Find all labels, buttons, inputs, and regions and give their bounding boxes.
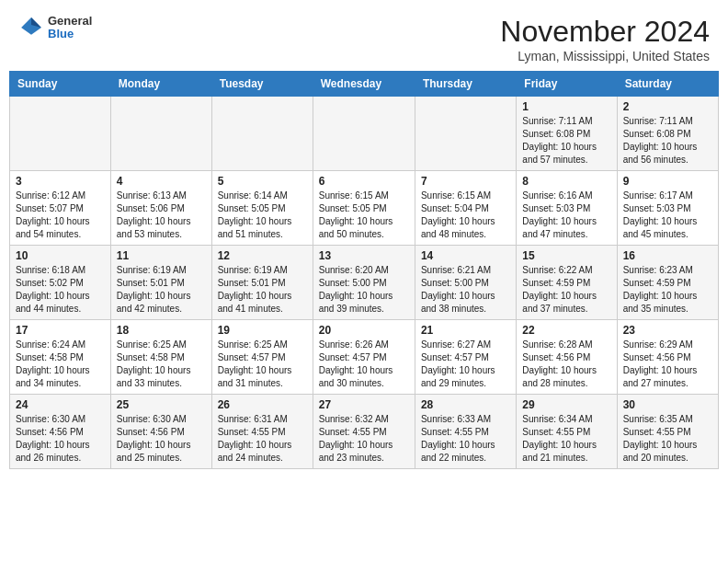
calendar-cell: 14Sunrise: 6:21 AM Sunset: 5:00 PM Dayli… xyxy=(415,246,516,320)
calendar-cell: 27Sunrise: 6:32 AM Sunset: 4:55 PM Dayli… xyxy=(313,395,415,469)
day-number: 11 xyxy=(117,249,206,262)
header-row: SundayMondayTuesdayWednesdayThursdayFrid… xyxy=(10,72,719,97)
day-number: 8 xyxy=(522,175,610,188)
weekday-header: Wednesday xyxy=(313,72,415,97)
day-info: Sunrise: 6:15 AM Sunset: 5:04 PM Dayligh… xyxy=(421,190,510,241)
calendar-week-row: 3Sunrise: 6:12 AM Sunset: 5:07 PM Daylig… xyxy=(10,171,719,246)
weekday-header: Thursday xyxy=(415,72,516,97)
day-info: Sunrise: 6:27 AM Sunset: 4:57 PM Dayligh… xyxy=(421,339,510,390)
calendar-cell: 11Sunrise: 6:19 AM Sunset: 5:01 PM Dayli… xyxy=(110,246,211,320)
calendar-cell: 7Sunrise: 6:15 AM Sunset: 5:04 PM Daylig… xyxy=(415,171,516,246)
calendar-body: 1Sunrise: 7:11 AM Sunset: 6:08 PM Daylig… xyxy=(10,97,719,469)
title-block: November 2024 Lyman, Mississippi, United… xyxy=(500,15,710,63)
day-number: 7 xyxy=(421,175,510,188)
day-info: Sunrise: 7:11 AM Sunset: 6:08 PM Dayligh… xyxy=(623,115,712,167)
calendar-cell: 15Sunrise: 6:22 AM Sunset: 4:59 PM Dayli… xyxy=(517,246,617,320)
day-number: 21 xyxy=(421,324,510,337)
calendar-cell: 5Sunrise: 6:14 AM Sunset: 5:05 PM Daylig… xyxy=(211,171,313,246)
calendar-cell: 6Sunrise: 6:15 AM Sunset: 5:05 PM Daylig… xyxy=(313,171,415,246)
month-title: November 2024 xyxy=(500,15,710,49)
day-info: Sunrise: 6:34 AM Sunset: 4:55 PM Dayligh… xyxy=(522,413,610,465)
day-info: Sunrise: 6:21 AM Sunset: 5:00 PM Dayligh… xyxy=(421,264,510,316)
location: Lyman, Mississippi, United States xyxy=(500,49,710,63)
day-info: Sunrise: 6:16 AM Sunset: 5:03 PM Dayligh… xyxy=(522,190,610,241)
day-number: 26 xyxy=(218,398,307,411)
day-number: 22 xyxy=(522,324,610,337)
day-number: 18 xyxy=(117,324,206,337)
calendar-cell: 23Sunrise: 6:29 AM Sunset: 4:56 PM Dayli… xyxy=(617,320,718,395)
day-number: 12 xyxy=(218,249,307,262)
day-info: Sunrise: 6:25 AM Sunset: 4:57 PM Dayligh… xyxy=(218,339,307,390)
day-info: Sunrise: 6:25 AM Sunset: 4:58 PM Dayligh… xyxy=(117,339,206,390)
day-number: 1 xyxy=(522,100,610,113)
day-info: Sunrise: 6:33 AM Sunset: 4:55 PM Dayligh… xyxy=(421,413,510,465)
day-number: 23 xyxy=(623,324,712,337)
day-number: 25 xyxy=(117,398,206,411)
day-info: Sunrise: 6:15 AM Sunset: 5:05 PM Dayligh… xyxy=(319,190,409,241)
calendar-cell: 2Sunrise: 7:11 AM Sunset: 6:08 PM Daylig… xyxy=(617,97,718,171)
day-number: 10 xyxy=(16,249,105,262)
calendar-cell xyxy=(415,97,516,171)
calendar-cell: 9Sunrise: 6:17 AM Sunset: 5:03 PM Daylig… xyxy=(617,171,718,246)
calendar-wrapper: SundayMondayTuesdayWednesdayThursdayFrid… xyxy=(0,71,728,488)
day-number: 3 xyxy=(16,175,105,188)
calendar-cell: 17Sunrise: 6:24 AM Sunset: 4:58 PM Dayli… xyxy=(10,320,111,395)
day-number: 14 xyxy=(421,249,510,262)
day-info: Sunrise: 6:13 AM Sunset: 5:06 PM Dayligh… xyxy=(117,190,206,241)
day-number: 9 xyxy=(623,175,712,188)
day-info: Sunrise: 7:11 AM Sunset: 6:08 PM Dayligh… xyxy=(522,115,610,167)
day-info: Sunrise: 6:26 AM Sunset: 4:57 PM Dayligh… xyxy=(319,339,409,390)
day-info: Sunrise: 6:20 AM Sunset: 5:00 PM Dayligh… xyxy=(319,264,409,316)
calendar-cell: 1Sunrise: 7:11 AM Sunset: 6:08 PM Daylig… xyxy=(517,97,617,171)
calendar-cell xyxy=(110,97,211,171)
calendar-cell: 24Sunrise: 6:30 AM Sunset: 4:56 PM Dayli… xyxy=(10,395,111,469)
calendar-cell: 19Sunrise: 6:25 AM Sunset: 4:57 PM Dayli… xyxy=(211,320,313,395)
day-info: Sunrise: 6:12 AM Sunset: 5:07 PM Dayligh… xyxy=(16,190,105,241)
calendar-cell: 21Sunrise: 6:27 AM Sunset: 4:57 PM Dayli… xyxy=(415,320,516,395)
day-number: 20 xyxy=(319,324,409,337)
calendar-cell: 20Sunrise: 6:26 AM Sunset: 4:57 PM Dayli… xyxy=(313,320,415,395)
day-info: Sunrise: 6:19 AM Sunset: 5:01 PM Dayligh… xyxy=(117,264,206,316)
day-info: Sunrise: 6:14 AM Sunset: 5:05 PM Dayligh… xyxy=(218,190,307,241)
calendar-cell: 3Sunrise: 6:12 AM Sunset: 5:07 PM Daylig… xyxy=(10,171,111,246)
day-number: 29 xyxy=(522,398,610,411)
day-number: 15 xyxy=(522,249,610,262)
weekday-header: Monday xyxy=(110,72,211,97)
day-info: Sunrise: 6:17 AM Sunset: 5:03 PM Dayligh… xyxy=(623,190,712,241)
calendar-cell: 26Sunrise: 6:31 AM Sunset: 4:55 PM Dayli… xyxy=(211,395,313,469)
calendar-cell xyxy=(10,97,111,171)
calendar-cell: 29Sunrise: 6:34 AM Sunset: 4:55 PM Dayli… xyxy=(517,395,617,469)
calendar-cell: 25Sunrise: 6:30 AM Sunset: 4:56 PM Dayli… xyxy=(110,395,211,469)
day-number: 24 xyxy=(16,398,105,411)
weekday-header: Friday xyxy=(517,72,617,97)
logo: General Blue xyxy=(18,15,92,41)
day-info: Sunrise: 6:31 AM Sunset: 4:55 PM Dayligh… xyxy=(218,413,307,465)
logo-text: General Blue xyxy=(48,15,92,41)
calendar-cell: 12Sunrise: 6:19 AM Sunset: 5:01 PM Dayli… xyxy=(211,246,313,320)
day-info: Sunrise: 6:30 AM Sunset: 4:56 PM Dayligh… xyxy=(117,413,206,465)
calendar-cell: 8Sunrise: 6:16 AM Sunset: 5:03 PM Daylig… xyxy=(517,171,617,246)
day-number: 5 xyxy=(218,175,307,188)
day-number: 27 xyxy=(319,398,409,411)
calendar-header: SundayMondayTuesdayWednesdayThursdayFrid… xyxy=(10,72,719,97)
day-number: 28 xyxy=(421,398,510,411)
calendar-cell xyxy=(313,97,415,171)
day-info: Sunrise: 6:35 AM Sunset: 4:55 PM Dayligh… xyxy=(623,413,712,465)
calendar-cell: 22Sunrise: 6:28 AM Sunset: 4:56 PM Dayli… xyxy=(517,320,617,395)
day-info: Sunrise: 6:23 AM Sunset: 4:59 PM Dayligh… xyxy=(623,264,712,316)
calendar-week-row: 17Sunrise: 6:24 AM Sunset: 4:58 PM Dayli… xyxy=(10,320,719,395)
day-info: Sunrise: 6:22 AM Sunset: 4:59 PM Dayligh… xyxy=(522,264,610,316)
day-info: Sunrise: 6:29 AM Sunset: 4:56 PM Dayligh… xyxy=(623,339,712,390)
day-number: 6 xyxy=(319,175,409,188)
logo-icon xyxy=(18,15,44,40)
day-number: 4 xyxy=(117,175,206,188)
calendar-cell: 16Sunrise: 6:23 AM Sunset: 4:59 PM Dayli… xyxy=(617,246,718,320)
calendar-week-row: 24Sunrise: 6:30 AM Sunset: 4:56 PM Dayli… xyxy=(10,395,719,469)
day-info: Sunrise: 6:19 AM Sunset: 5:01 PM Dayligh… xyxy=(218,264,307,316)
day-number: 30 xyxy=(623,398,712,411)
calendar-week-row: 1Sunrise: 7:11 AM Sunset: 6:08 PM Daylig… xyxy=(10,97,719,171)
calendar-table: SundayMondayTuesdayWednesdayThursdayFrid… xyxy=(9,71,719,469)
page-header: General Blue November 2024 Lyman, Missis… xyxy=(0,0,728,71)
day-number: 17 xyxy=(16,324,105,337)
weekday-header: Saturday xyxy=(617,72,718,97)
